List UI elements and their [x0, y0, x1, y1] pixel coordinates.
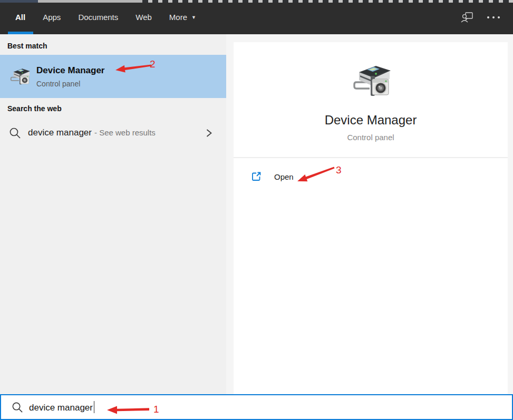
search-flyout-header: All Apps Documents Web More ▼ — [0, 0, 513, 34]
result-subtitle: Control panel — [36, 80, 104, 88]
results-panel: Best match Device Manager Control panel … — [0, 34, 226, 394]
web-search-result[interactable]: device manager- See web results — [0, 122, 226, 143]
tab-documents[interactable]: Documents — [78, 0, 118, 34]
preview-title: Device Manager — [234, 113, 508, 128]
best-match-header: Best match — [7, 42, 47, 50]
tab-all[interactable]: All — [15, 0, 25, 34]
tab-more[interactable]: More ▼ — [169, 0, 196, 34]
tab-apps[interactable]: Apps — [43, 0, 61, 34]
search-input-value: device manager — [29, 403, 93, 413]
device-manager-icon — [8, 67, 31, 86]
device-manager-icon — [350, 63, 392, 100]
screen-edge-artifact — [0, 0, 513, 3]
tab-documents-label: Documents — [78, 13, 118, 22]
open-label: Open — [274, 172, 294, 181]
preview-card: Device Manager Control panel Open — [234, 42, 508, 394]
search-the-web-header: Search the web — [7, 104, 62, 113]
chevron-right-icon[interactable] — [205, 129, 213, 138]
preview-subtitle: Control panel — [234, 133, 508, 142]
web-query: device manager — [28, 128, 92, 138]
open-action[interactable]: Open — [251, 171, 294, 182]
more-options-button[interactable] — [487, 0, 500, 34]
tab-more-label: More — [169, 13, 187, 22]
tab-web[interactable]: Web — [135, 0, 152, 34]
search-icon — [12, 402, 23, 413]
filter-tabs: All Apps Documents Web More ▼ — [0, 0, 513, 34]
divider — [234, 157, 508, 158]
tab-all-label: All — [15, 13, 25, 22]
result-title: Device Manager — [36, 65, 104, 76]
open-external-icon — [251, 171, 262, 182]
feedback-button[interactable] — [460, 0, 474, 34]
search-icon — [9, 127, 21, 139]
web-suffix: - See web results — [94, 128, 156, 137]
feedback-icon — [460, 11, 474, 24]
tab-apps-label: Apps — [43, 13, 61, 22]
chevron-down-icon: ▼ — [191, 15, 196, 20]
tab-web-label: Web — [135, 13, 152, 22]
text-cursor — [94, 401, 94, 413]
preview-panel: Device Manager Control panel Open — [226, 34, 513, 394]
best-match-result-device-manager[interactable]: Device Manager Control panel — [0, 55, 226, 98]
ellipsis-icon — [487, 16, 489, 18]
taskbar-search-input[interactable]: device manager — [0, 394, 513, 420]
